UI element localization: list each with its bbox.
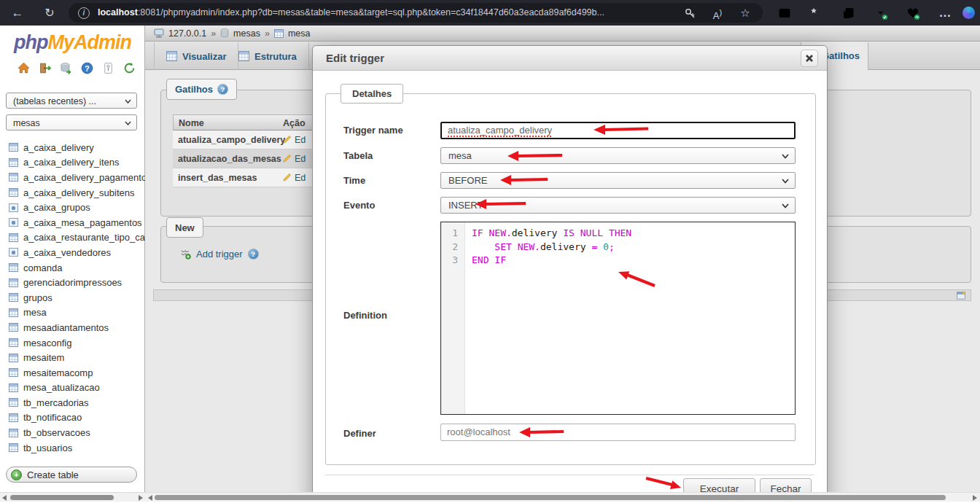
sidebar-table-mesaitem[interactable]: mesaitem (0, 350, 145, 365)
breadcrumb-table[interactable]: mesa (288, 28, 311, 39)
collections-icon[interactable] (841, 6, 856, 20)
split-screen-icon[interactable] (777, 6, 792, 20)
sidebar-table-a_caixa_vendedores[interactable]: a_caixa_vendedores (0, 245, 145, 260)
code-line: 3END IF (441, 254, 795, 268)
sidebar-table-a_caixa_mesa_pagamentos[interactable]: a_caixa_mesa_pagamentos (0, 215, 145, 230)
trigger-name: insert_das_mesas (173, 173, 282, 183)
evento-select[interactable]: INSERT (440, 197, 796, 214)
line-number: 2 (441, 241, 464, 254)
browser-toolbar: ← ↻ i localhost:8081/phpmyadmin/index.ph… (0, 0, 980, 26)
sidebar-table-mesa[interactable]: mesa (0, 305, 145, 321)
password-key-icon[interactable] (684, 7, 697, 20)
sidebar-table-grupos[interactable]: grupos (0, 290, 145, 305)
sidebar-table-comanda[interactable]: comanda (0, 260, 145, 276)
database-select[interactable]: mesas (6, 114, 137, 130)
sidebar-table-tb_usuarios[interactable]: tb_usuarios (0, 440, 145, 456)
sql-console-icon[interactable] (60, 62, 72, 74)
favorites-bar-icon[interactable] (809, 6, 824, 20)
header-nome: Nome (174, 115, 283, 130)
dialog-close-button[interactable] (801, 50, 818, 67)
breadcrumb-database[interactable]: mesas (233, 28, 260, 39)
new-legend: New (166, 217, 203, 238)
table-icon (9, 443, 18, 452)
reload-navigation-icon[interactable] (123, 62, 136, 74)
code-text: SET NEW.delivery = 0; (464, 241, 615, 254)
scroll-left-icon[interactable] (2, 495, 7, 501)
pencil-icon (282, 154, 292, 163)
sidebar-table-mesa_atualizacao[interactable]: mesa_atualizacao (0, 381, 145, 396)
close-icon (801, 50, 817, 66)
sidebar-table-a_caixa_delivery[interactable]: a_caixa_delivery (0, 140, 145, 155)
scrollbar-thumb[interactable] (10, 495, 114, 500)
sidebar-table-mesaconfig[interactable]: mesaconfig (0, 335, 145, 351)
scrollbar-thumb[interactable] (155, 495, 946, 500)
sidebar-table-a_caixa_delivery_pagamento[interactable]: a_caixa_delivery_pagamento (0, 170, 145, 185)
database-icon (220, 28, 229, 38)
logout-icon[interactable] (39, 62, 51, 74)
code-line: 1IF NEW.delivery IS NULL THEN (441, 227, 795, 241)
edit-trigger-link[interactable]: Ed (282, 154, 306, 164)
help-icon[interactable]: ? (81, 62, 93, 74)
sidebar-table-a_caixa_restaurante_tipo_ca[interactable]: a_caixa_restaurante_tipo_ca (0, 230, 145, 246)
sidebar-table-a_caixa_delivery_subitens[interactable]: a_caixa_delivery_subitens (0, 185, 145, 200)
detalhes-tab[interactable]: Detalhes (341, 84, 403, 104)
downloads-icon[interactable] (874, 6, 888, 20)
open-window-icon[interactable] (956, 291, 966, 300)
scroll-left-icon[interactable] (148, 495, 152, 501)
chevron-down-icon (125, 121, 131, 125)
tab-visualizar[interactable]: Visualizar (154, 42, 238, 70)
address-bar[interactable]: i localhost:8081/phpmyadmin/index.php?db… (69, 3, 763, 23)
main-horizontal-scrollbar[interactable] (145, 492, 980, 502)
time-select[interactable]: BEFORE (440, 172, 796, 189)
sidebar-table-tb_mercadorias[interactable]: tb_mercadorias (0, 395, 145, 410)
dialog-title: Edit trigger (326, 52, 384, 64)
phpmyadmin-logo[interactable]: phpMyAdmin (0, 31, 145, 54)
documentation-icon[interactable] (102, 62, 114, 74)
definer-input[interactable]: root@localhost (440, 424, 796, 441)
add-trigger-link[interactable]: Add trigger (180, 249, 259, 260)
sidebar-table-a_caixa_grupos[interactable]: a_caixa_grupos (0, 200, 145, 215)
table-name: mesaitem (23, 352, 64, 363)
tabela-label: Tabela (343, 150, 373, 161)
scroll-right-icon[interactable] (139, 495, 143, 501)
pencil-icon (282, 135, 292, 144)
sidebar-table-tb_observacoes[interactable]: tb_observacoes (0, 425, 145, 440)
sidebar-table-a_caixa_delivery_itens[interactable]: a_caixa_delivery_itens (0, 155, 145, 171)
read-aloud-icon[interactable]: A) (709, 3, 726, 26)
sidebar-table-gerenciadorimpressoes[interactable]: gerenciadorimpressoes (0, 275, 145, 290)
sidebar-table-tb_notificacao[interactable]: tb_notificacao (0, 410, 145, 426)
back-icon[interactable]: ← (9, 0, 26, 26)
table-icon (274, 29, 284, 38)
more-menu-icon[interactable]: … (936, 0, 954, 26)
sidebar-table-mesaadiantamentos[interactable]: mesaadiantamentos (0, 320, 145, 335)
breadcrumb-server[interactable]: 127.0.0.1 (168, 28, 206, 39)
definer-value: root@localhost (447, 426, 510, 437)
tabela-select[interactable]: mesa (440, 147, 796, 164)
recent-tables-select[interactable]: (tabelas recentes) ... (6, 93, 137, 109)
sidebar-horizontal-scrollbar[interactable] (0, 492, 145, 502)
edit-trigger-link[interactable]: Ed (282, 173, 306, 183)
site-info-icon[interactable]: i (78, 7, 90, 19)
home-icon[interactable] (18, 62, 30, 74)
definer-label: Definer (343, 428, 376, 439)
definition-editor[interactable]: 1IF NEW.delivery IS NULL THEN2 SET NEW.d… (440, 222, 796, 415)
create-table-button[interactable]: + Create table (6, 467, 137, 483)
copilot-icon[interactable] (962, 7, 975, 19)
chevron-down-icon (782, 203, 789, 208)
browser-essentials-icon[interactable] (906, 6, 920, 20)
edit-trigger-link[interactable]: Ed (282, 135, 306, 145)
help-icon[interactable] (217, 84, 228, 95)
refresh-icon[interactable]: ↻ (41, 0, 58, 26)
sidebar-table-mesaitemacomp[interactable]: mesaitemacomp (0, 365, 145, 381)
url-text[interactable]: localhost:8081/phpmyadmin/index.php?db=m… (98, 3, 674, 23)
dialog-titlebar[interactable]: Edit trigger (313, 46, 827, 71)
table-name: tb_notificacao (23, 412, 82, 423)
table-icon (9, 354, 18, 362)
favorite-star-icon[interactable]: ☆ (736, 3, 754, 23)
scroll-right-icon[interactable] (973, 495, 977, 501)
help-icon[interactable] (248, 249, 259, 260)
table-icon (9, 173, 18, 182)
trigger-name-input[interactable]: atualiza_campo_delivery (440, 122, 796, 139)
tab-estrutura[interactable]: Estrutura (227, 42, 309, 70)
create-table-label: Create table (27, 469, 79, 480)
